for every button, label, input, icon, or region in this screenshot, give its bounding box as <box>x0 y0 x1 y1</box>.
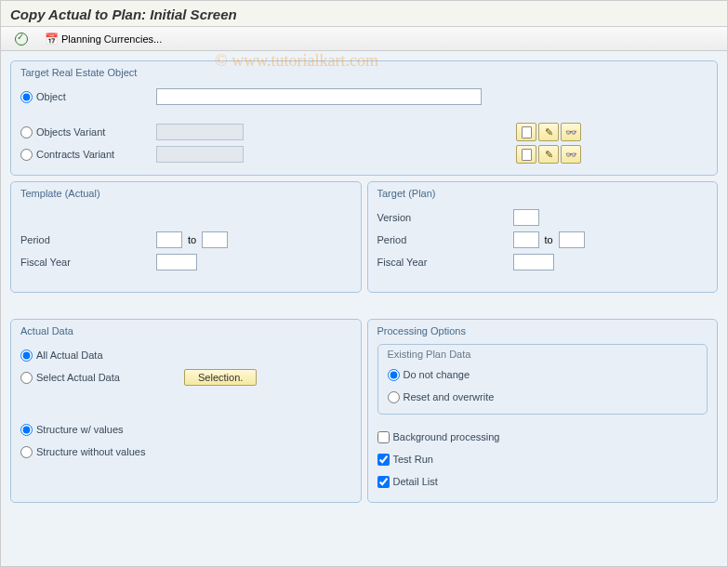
radio-contracts-variant-label: Contracts Variant <box>36 149 114 160</box>
contracts-variant-input <box>156 146 244 163</box>
contracts-variant-display-button[interactable] <box>561 145 581 164</box>
template-period-from[interactable] <box>156 231 182 248</box>
radio-select-actual-input[interactable] <box>20 372 33 384</box>
objects-variant-actions <box>516 123 581 141</box>
subgroup-existing-plan: Existing Plan Data Do not change Reset a… <box>377 344 708 415</box>
template-fy-label: Fiscal Year <box>20 257 151 268</box>
check-background-label: Background processing <box>393 431 500 442</box>
check-test-run-label: Test Run <box>393 454 433 465</box>
group-title-processing: Processing Options <box>377 323 708 344</box>
group-processing-options: Processing Options Existing Plan Data Do… <box>367 319 719 503</box>
radio-no-change-input[interactable] <box>388 369 400 381</box>
template-period-label: Period <box>20 234 151 245</box>
target-period-label: Period <box>377 234 508 245</box>
radio-struct-with-input[interactable] <box>20 424 33 436</box>
target-fy-label: Fiscal Year <box>377 257 508 268</box>
radio-objects-variant-label: Objects Variant <box>36 126 105 138</box>
toolbar: 📅 Planning Currencies... <box>1 27 727 51</box>
group-title-template-actual: Template (Actual) <box>20 186 351 206</box>
radio-all-actual-label: All Actual Data <box>36 349 103 361</box>
radio-reset-input[interactable] <box>388 391 400 403</box>
object-input[interactable] <box>156 88 482 105</box>
content: © www.tutorialkart.com Target Real Estat… <box>1 51 727 567</box>
template-period-to[interactable] <box>202 231 228 248</box>
objects-variant-create-button[interactable] <box>516 123 536 141</box>
check-test-run-input[interactable] <box>377 454 390 466</box>
execute-button[interactable] <box>8 30 34 48</box>
check-detail-list[interactable]: Detail List <box>377 476 438 488</box>
target-fy-input[interactable] <box>513 254 554 270</box>
radio-struct-without[interactable]: Structure without values <box>20 446 145 458</box>
objects-variant-edit-button[interactable] <box>538 123 559 141</box>
check-background-input[interactable] <box>377 431 390 443</box>
execute-icon <box>15 33 28 46</box>
check-test-run[interactable]: Test Run <box>377 454 433 466</box>
target-period-from[interactable] <box>513 231 539 248</box>
target-period-to-label: to <box>545 234 553 245</box>
radio-select-actual[interactable]: Select Actual Data <box>20 372 179 384</box>
radio-struct-without-label: Structure without values <box>36 446 145 457</box>
radio-all-actual[interactable]: All Actual Data <box>20 349 103 362</box>
radio-select-actual-label: Select Actual Data <box>36 372 120 383</box>
group-target-plan: Target (Plan) Version Period to Fiscal Y… <box>367 181 719 293</box>
template-period-to-label: to <box>188 234 196 245</box>
group-title-actual-data: Actual Data <box>20 323 351 344</box>
target-version-label: Version <box>377 212 508 223</box>
radio-all-actual-input[interactable] <box>20 349 33 362</box>
radio-object[interactable]: Object <box>20 91 151 103</box>
title-bar: Copy Actual to Plan: Initial Screen <box>1 1 727 27</box>
check-detail-list-input[interactable] <box>377 476 390 488</box>
objects-variant-display-button[interactable] <box>561 123 581 141</box>
radio-contracts-variant-input[interactable] <box>20 149 33 161</box>
subgroup-title-existing: Existing Plan Data <box>388 347 698 363</box>
check-background[interactable]: Background processing <box>377 431 500 443</box>
radio-object-input[interactable] <box>20 91 33 103</box>
radio-contracts-variant[interactable]: Contracts Variant <box>20 149 151 161</box>
radio-struct-without-input[interactable] <box>20 446 33 458</box>
planning-currencies-label: Planning Currencies... <box>61 33 162 45</box>
planning-currencies-button[interactable]: 📅 Planning Currencies... <box>38 30 168 48</box>
target-version-input[interactable] <box>513 209 539 226</box>
objects-variant-input <box>156 124 244 140</box>
target-period-to[interactable] <box>559 231 585 248</box>
contracts-variant-create-button[interactable] <box>516 145 536 164</box>
radio-object-label: Object <box>36 91 66 102</box>
check-detail-list-label: Detail List <box>393 476 438 487</box>
contracts-variant-edit-button[interactable] <box>538 145 559 164</box>
radio-reset-label: Reset and overwrite <box>404 391 495 402</box>
group-template-actual: Template (Actual) Period to Fiscal Year <box>10 181 362 293</box>
selection-button[interactable]: Selection. <box>184 369 257 386</box>
radio-struct-with-label: Structure w/ values <box>36 424 124 435</box>
radio-no-change-label: Do not change <box>404 369 470 380</box>
radio-objects-variant[interactable]: Objects Variant <box>20 126 151 138</box>
group-title-target-reo: Target Real Estate Object <box>20 65 708 86</box>
radio-struct-with[interactable]: Structure w/ values <box>20 424 124 436</box>
radio-no-change[interactable]: Do not change <box>388 369 470 381</box>
radio-objects-variant-input[interactable] <box>20 126 33 138</box>
template-fy-input[interactable] <box>156 254 197 270</box>
group-title-target-plan: Target (Plan) <box>377 186 708 206</box>
calendar-icon: 📅 <box>45 33 58 46</box>
group-target-reo: Target Real Estate Object Object Objects… <box>10 60 718 176</box>
contracts-variant-actions <box>516 145 581 164</box>
group-actual-data: Actual Data All Actual Data Select Actua… <box>10 319 362 503</box>
radio-reset[interactable]: Reset and overwrite <box>388 391 495 403</box>
page-title: Copy Actual to Plan: Initial Screen <box>10 7 718 22</box>
